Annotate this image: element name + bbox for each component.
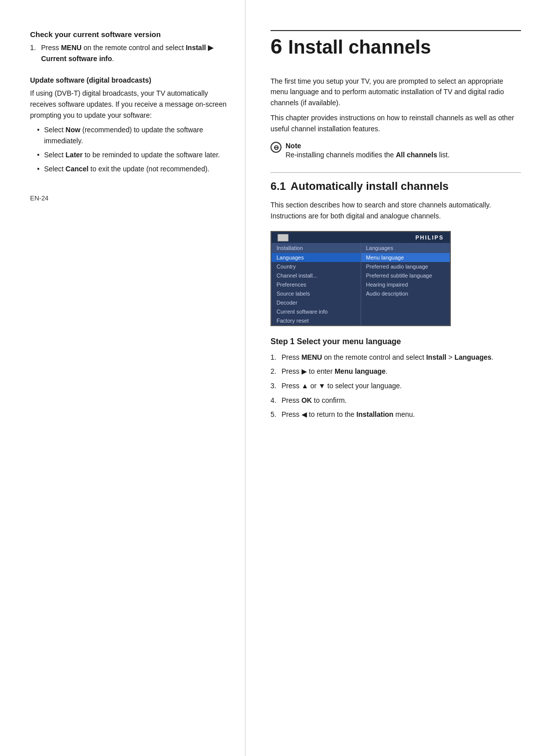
step1-title: Step 1 Select your menu language <box>270 337 521 346</box>
tv-menu-col-2: Languages Menu language Preferred audio … <box>361 243 450 325</box>
tv-menu-screenshot: PHILIPS Installation Languages Country C… <box>270 231 451 326</box>
section-number: 6.1 <box>270 180 286 192</box>
menu-item-empty-2 <box>361 307 450 316</box>
tv-icon <box>278 234 289 241</box>
menu-item-country[interactable]: Country <box>272 262 361 271</box>
menu-item-current-software[interactable]: Current software info <box>272 307 361 316</box>
chapter-title: Install channels <box>288 37 431 58</box>
tv-menu-header: PHILIPS <box>272 232 450 243</box>
menu-item-empty-1 <box>361 298 450 307</box>
chapter-intro-1: The first time you setup your TV, you ar… <box>270 76 521 109</box>
update-software-body: If using (DVB-T) digital broadcasts, you… <box>30 88 230 121</box>
menu-item-audio-description[interactable]: Audio description <box>361 289 450 298</box>
note-text: Re-installing channels modifies the All … <box>286 151 450 159</box>
check-software-section: Check your current software version Pres… <box>30 30 230 64</box>
note-block: ⊖ Note Re-installing channels modifies t… <box>270 141 521 160</box>
menu-item-hearing-impaired[interactable]: Hearing impaired <box>361 280 450 289</box>
bullet-now: Select Now (recommended) to update the s… <box>37 125 230 146</box>
menu-item-languages[interactable]: Languages <box>272 253 361 262</box>
tv-menu-col-1: Installation Languages Country Channel i… <box>272 243 361 325</box>
tv-menu-columns: Installation Languages Country Channel i… <box>272 243 450 325</box>
step-1-5: Press ◀ to return to the Installation me… <box>270 409 521 420</box>
menu-item-factory-reset[interactable]: Factory reset <box>272 316 361 325</box>
menu-item-empty-3 <box>361 316 450 325</box>
step-1-3: Press ▲ or ▼ to select your language. <box>270 381 521 392</box>
menu-item-source-labels[interactable]: Source labels <box>272 289 361 298</box>
chapter-heading: 6 Install channels <box>270 30 521 66</box>
chapter-intro-2: This chapter provides instructions on ho… <box>270 113 521 134</box>
update-software-section: Update software (digital broadcasts) If … <box>30 76 230 174</box>
check-software-title: Check your current software version <box>30 30 230 39</box>
right-column: 6 Install channels The first time you se… <box>245 0 541 756</box>
check-step-1: Press MENU on the remote control and sel… <box>30 43 230 64</box>
left-column: Check your current software version Pres… <box>0 0 245 756</box>
note-label: Note <box>286 142 301 150</box>
section-6-1-heading: 6.1 Automatically install channels <box>270 172 521 193</box>
menu-item-menu-language[interactable]: Menu language <box>361 253 450 262</box>
bullet-later: Select Later to be reminded to update th… <box>37 150 230 161</box>
check-software-steps: Press MENU on the remote control and sel… <box>30 43 230 64</box>
step-1-2: Press ▶ to enter Menu language. <box>270 366 521 377</box>
chapter-number: 6 <box>270 36 282 57</box>
note-icon: ⊖ <box>270 142 282 153</box>
step-1-4: Press OK to confirm. <box>270 395 521 406</box>
section-body: This section describes how to search and… <box>270 200 521 221</box>
menu-item-preferred-subtitle[interactable]: Preferred subtitle language <box>361 271 450 280</box>
step-1-1: Press MENU on the remote control and sel… <box>270 352 521 363</box>
menu-item-preferences[interactable]: Preferences <box>272 280 361 289</box>
note-content: Note Re-installing channels modifies the… <box>286 141 450 160</box>
philips-logo: PHILIPS <box>415 234 444 240</box>
col2-header: Languages <box>361 243 450 253</box>
menu-item-decoder[interactable]: Decoder <box>272 298 361 307</box>
page-number: EN-24 <box>30 194 230 202</box>
menu-item-preferred-audio[interactable]: Preferred audio language <box>361 262 450 271</box>
menu-item-channel-install[interactable]: Channel install... <box>272 271 361 280</box>
bullet-cancel: Select Cancel to exit the update (not re… <box>37 164 230 175</box>
col1-header: Installation <box>272 243 361 253</box>
section-title: Automatically install channels <box>288 180 449 192</box>
step1-list: Press MENU on the remote control and sel… <box>270 352 521 420</box>
update-software-title: Update software (digital broadcasts) <box>30 76 230 84</box>
update-bullets: Select Now (recommended) to update the s… <box>37 125 230 174</box>
